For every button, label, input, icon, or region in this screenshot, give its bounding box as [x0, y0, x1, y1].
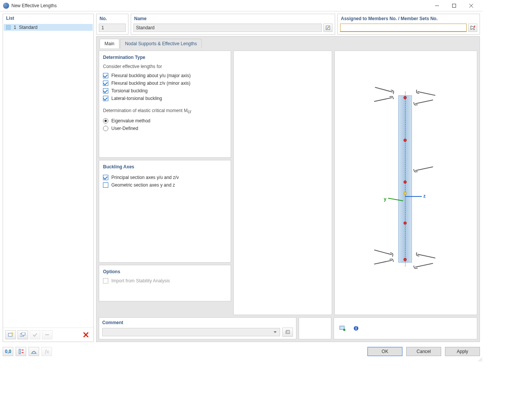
checkbox-icon [103, 81, 108, 86]
svg-line-13 [474, 26, 475, 27]
geometric-axes-checkbox[interactable]: Geometric section axes y and z [103, 182, 227, 188]
ok-button[interactable]: OK [367, 347, 402, 356]
ltb-checkbox[interactable]: Lateral-torsional buckling [103, 96, 227, 101]
exclude-button [42, 330, 52, 339]
list-item-num: 1 [14, 25, 19, 30]
svg-text:i: i [355, 326, 356, 331]
minimize-button[interactable] [428, 0, 445, 11]
buckling-axes-header: Buckling Axes [103, 164, 227, 169]
axis-z-label: z [405, 193, 426, 199]
centerline-graphic [405, 92, 405, 266]
flex-z-checkbox[interactable]: Flexural buckling about z/v (minor axis) [103, 81, 227, 86]
support-tail-icon [374, 250, 392, 255]
support-tail-icon [415, 166, 433, 171]
svg-point-5 [11, 332, 13, 334]
import-stability-checkbox: Import from Stability Analysis [103, 278, 227, 283]
checkbox-icon [103, 88, 108, 93]
delete-button[interactable] [81, 330, 91, 339]
member-preview[interactable]: z y [334, 51, 477, 315]
include-button [30, 330, 40, 339]
no-label: No. [97, 14, 128, 23]
no-value: 1 [99, 24, 126, 32]
view-render-button[interactable] [28, 347, 39, 356]
node-point-icon [404, 222, 407, 225]
info-button[interactable]: i [351, 324, 361, 333]
options-header: Options [103, 269, 227, 274]
units-button[interactable]: 0,00 [3, 347, 13, 356]
support-tail-icon [375, 87, 393, 92]
function-button: ƒx [41, 347, 52, 356]
svg-text:0,00: 0,00 [5, 349, 11, 354]
svg-line-3 [469, 4, 473, 8]
pick-members-button[interactable] [468, 24, 477, 32]
axis-y-label: y [384, 196, 403, 202]
svg-line-9 [84, 332, 88, 337]
svg-point-18 [354, 326, 358, 331]
support-tail-icon [374, 97, 392, 102]
display-settings-button[interactable] [337, 324, 348, 333]
support-tail-icon [374, 260, 392, 264]
list-item[interactable]: 1 Standard [4, 24, 93, 31]
maximize-button[interactable] [445, 0, 462, 11]
svg-line-2 [469, 4, 473, 8]
support-tail-icon [417, 91, 435, 96]
new-item-button[interactable] [5, 330, 16, 339]
copy-item-button[interactable] [17, 330, 28, 339]
determination-type-header: Determination Type [103, 55, 227, 60]
edit-name-button[interactable] [323, 24, 332, 32]
name-label: Name [131, 14, 335, 23]
tab-main[interactable]: Main [100, 39, 119, 48]
tab-nodal-supports[interactable]: Nodal Supports & Effective Lengths [120, 39, 202, 48]
apply-button[interactable]: Apply [445, 347, 480, 356]
comment-library-button[interactable] [282, 328, 293, 337]
svg-rect-24 [31, 353, 36, 354]
node-point-icon [404, 180, 407, 184]
svg-rect-6 [20, 334, 24, 336]
svg-line-29 [481, 361, 482, 361]
principal-axes-checkbox[interactable]: Principal section axes y/u and z/v [103, 175, 227, 180]
torsional-checkbox[interactable]: Torsional buckling [103, 88, 227, 93]
node-point-icon [404, 258, 407, 261]
support-tail-icon [415, 263, 433, 268]
svg-rect-16 [340, 326, 344, 329]
color-swatch-icon [6, 25, 11, 30]
checkbox-icon [103, 175, 108, 180]
svg-rect-21 [19, 349, 21, 354]
radio-icon [103, 118, 108, 124]
consider-label: Consider effective lengths for [103, 64, 227, 69]
svg-point-17 [343, 329, 345, 331]
node-point-icon [404, 96, 407, 99]
svg-rect-15 [287, 330, 290, 333]
cancel-button[interactable]: Cancel [406, 347, 441, 356]
comment-header: Comment [102, 320, 293, 325]
checkbox-icon [103, 182, 108, 188]
comment-combo[interactable] [102, 328, 280, 336]
assigned-label: Assigned to Members No. / Member Sets No… [338, 14, 480, 23]
svg-rect-1 [452, 4, 456, 7]
mcr-label: Determination of elastic critical moment… [103, 108, 227, 114]
eigenvalue-radio[interactable]: Eigenvalue method [103, 118, 227, 124]
user-defined-radio[interactable]: User-Defined [103, 126, 227, 131]
app-icon [3, 3, 9, 9]
svg-line-10 [84, 332, 88, 337]
svg-rect-14 [286, 331, 290, 334]
svg-text:x: x [47, 349, 49, 354]
node-point-icon [404, 139, 407, 142]
radio-icon [103, 126, 108, 131]
window-title: New Effective Lengths [11, 3, 57, 8]
assigned-input[interactable] [340, 24, 467, 32]
resize-grip-icon[interactable] [477, 356, 483, 362]
svg-rect-4 [8, 333, 12, 336]
flex-y-checkbox[interactable]: Flexural buckling about y/u (major axis) [103, 73, 227, 78]
checkbox-icon [103, 96, 108, 101]
name-value: Standard [133, 24, 322, 32]
blank-panel [233, 51, 332, 315]
support-tail-icon [415, 100, 433, 104]
support-tail-icon [417, 254, 435, 258]
close-button[interactable] [462, 0, 480, 11]
checkbox-icon [103, 278, 108, 283]
svg-rect-7 [22, 332, 25, 335]
list-item-label: Standard [19, 25, 38, 30]
checkbox-icon [103, 73, 108, 78]
view-model-button[interactable] [16, 347, 26, 356]
